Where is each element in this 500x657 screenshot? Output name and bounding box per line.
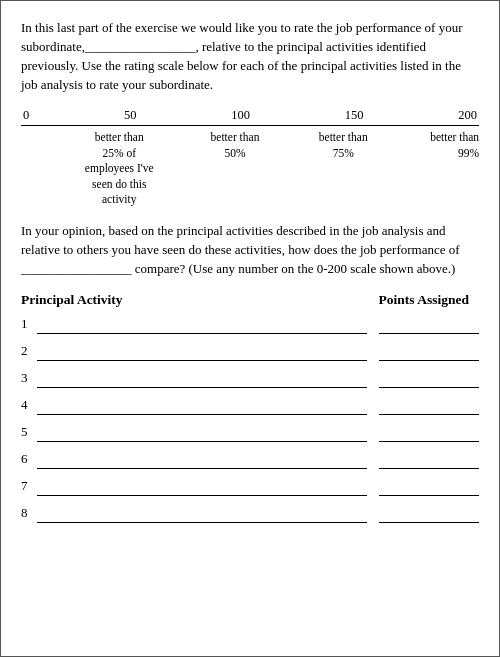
row-number: 7 xyxy=(21,478,37,496)
headers-row: Principal Activity Points Assigned xyxy=(21,292,479,308)
activity-line[interactable] xyxy=(37,345,367,361)
header-activity: Principal Activity xyxy=(21,292,123,308)
scale-num-0: 0 xyxy=(23,108,29,123)
table-row: 5 xyxy=(21,424,479,442)
table-row: 4 xyxy=(21,397,479,415)
activity-line[interactable] xyxy=(37,480,367,496)
points-line[interactable] xyxy=(379,372,479,388)
row-number: 8 xyxy=(21,505,37,523)
scale-container: 0 50 100 150 200 better than25% ofemploy… xyxy=(21,108,479,208)
points-line[interactable] xyxy=(379,426,479,442)
row-number: 5 xyxy=(21,424,37,442)
scale-num-150: 150 xyxy=(345,108,364,123)
intro-text: In this last part of the exercise we wou… xyxy=(21,19,479,94)
page: In this last part of the exercise we wou… xyxy=(0,0,500,657)
points-line[interactable] xyxy=(379,507,479,523)
row-number: 1 xyxy=(21,316,37,334)
table-row: 3 xyxy=(21,370,479,388)
table-row: 1 xyxy=(21,316,479,334)
table-row: 2 xyxy=(21,343,479,361)
activity-rows: 1 2 3 4 5 6 7 xyxy=(21,316,479,523)
scale-num-100: 100 xyxy=(231,108,250,123)
points-line[interactable] xyxy=(379,453,479,469)
scale-numbers: 0 50 100 150 200 xyxy=(21,108,479,123)
table-row: 8 xyxy=(21,505,479,523)
activity-line[interactable] xyxy=(37,507,367,523)
table-row: 6 xyxy=(21,451,479,469)
scale-labels-row: better than25% ofemployees I'veseen do t… xyxy=(21,130,479,208)
table-row: 7 xyxy=(21,478,479,496)
row-number: 4 xyxy=(21,397,37,415)
points-line[interactable] xyxy=(379,345,479,361)
scale-num-50: 50 xyxy=(124,108,137,123)
row-number: 2 xyxy=(21,343,37,361)
row-number: 6 xyxy=(21,451,37,469)
scale-label-200: better than99% xyxy=(414,130,479,208)
points-line[interactable] xyxy=(379,399,479,415)
activity-line[interactable] xyxy=(37,426,367,442)
scale-line xyxy=(21,125,479,126)
scale-label-150: better than75% xyxy=(306,130,381,208)
activity-line[interactable] xyxy=(37,453,367,469)
scale-label-0 xyxy=(21,130,41,208)
header-points: Points Assigned xyxy=(379,292,479,308)
activity-line[interactable] xyxy=(37,318,367,334)
activity-line[interactable] xyxy=(37,372,367,388)
scale-label-50: better than25% ofemployees I'veseen do t… xyxy=(74,130,164,208)
scale-label-100: better than50% xyxy=(198,130,273,208)
points-line[interactable] xyxy=(379,480,479,496)
scale-num-200: 200 xyxy=(458,108,477,123)
row-number: 3 xyxy=(21,370,37,388)
points-line[interactable] xyxy=(379,318,479,334)
activity-line[interactable] xyxy=(37,399,367,415)
opinion-text: In your opinion, based on the principal … xyxy=(21,222,479,279)
